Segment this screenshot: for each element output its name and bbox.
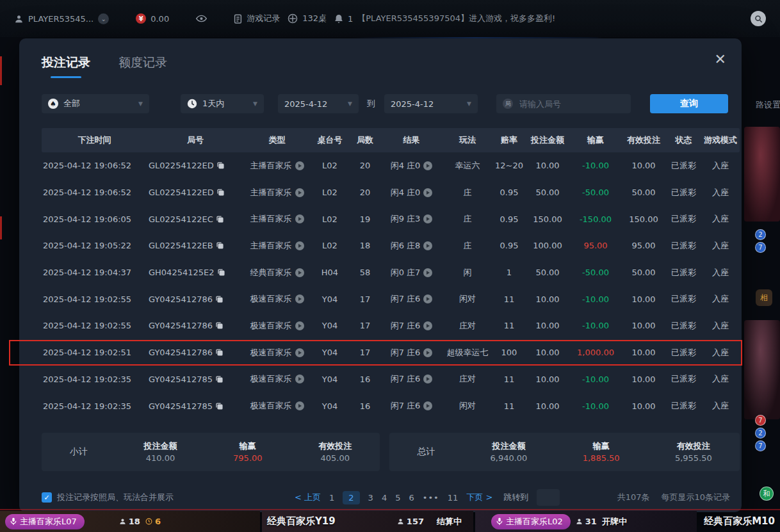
date-to-picker[interactable]: 2025-4-12 ▼: [384, 94, 478, 113]
cell-win-loss: -10.00: [570, 401, 621, 411]
video-icon[interactable]: [295, 241, 304, 250]
road-settings-label[interactable]: 路设置: [756, 99, 780, 111]
col-valid-bet: 有效投注: [621, 134, 666, 146]
cell-bet-amount: 10.00: [525, 348, 570, 357]
video-icon[interactable]: [295, 294, 304, 303]
player-account[interactable]: PLAYER53545... ⌄: [14, 13, 109, 24]
jump-page-input[interactable]: [537, 489, 560, 506]
live-tables-strip: 主播百家乐L07 主播百家乐L07 18 6 经典百家乐Y19: [0, 511, 780, 532]
bell-icon[interactable]: [334, 14, 343, 24]
page-number[interactable]: 4: [382, 493, 387, 503]
cell-bet-amount: 10.00: [525, 321, 570, 330]
round-search-box[interactable]: 局: [496, 94, 631, 113]
round-id-text: GH04254125E2: [149, 268, 215, 277]
cell-game-type: 经典百家乐: [243, 267, 311, 278]
result-detail-icon[interactable]: [423, 188, 432, 197]
page-number[interactable]: •••: [423, 493, 439, 503]
result-detail-icon[interactable]: [423, 214, 432, 223]
table-row: 2025-04-12 19:02:51 GY0425412786 极速百家乐 Y…: [42, 339, 740, 366]
page-number[interactable]: 5: [395, 493, 400, 503]
tool-icon[interactable]: 相: [756, 289, 772, 306]
video-icon[interactable]: [295, 214, 304, 223]
cell-round-no: 58: [349, 268, 381, 277]
live-table-tile[interactable]: 经典百家乐Y19 经典百家乐Y19 157 结算中: [262, 511, 473, 532]
table-name: 主播百家乐L07: [20, 516, 77, 528]
cell-game-type: 极速百家乐: [243, 373, 311, 385]
cell-game-type: 极速百家乐: [243, 293, 311, 305]
copy-icon[interactable]: [217, 162, 224, 169]
dealer-thumbnail[interactable]: [744, 320, 780, 419]
video-icon[interactable]: [295, 161, 304, 170]
game-type-dropdown[interactable]: ♠ 全部 ▼: [42, 94, 149, 113]
page-number[interactable]: 3: [368, 493, 373, 503]
tab-betting-records[interactable]: 投注记录: [42, 54, 90, 71]
result-detail-icon[interactable]: [423, 348, 432, 357]
video-icon[interactable]: [295, 188, 304, 197]
cell-game-type: 极速百家乐: [243, 320, 311, 332]
live-table-tile[interactable]: 主播百家乐L02 主播百家乐L02 31 开牌中: [475, 511, 697, 532]
next-page-button[interactable]: 下页 >: [466, 492, 492, 503]
time-range-dropdown[interactable]: 1天内 ▼: [181, 94, 264, 113]
page-number[interactable]: 2: [343, 491, 359, 504]
person-icon: [397, 518, 404, 525]
page-number[interactable]: 11: [448, 493, 459, 503]
copy-icon[interactable]: [216, 242, 223, 249]
close-icon[interactable]: ✕: [715, 52, 726, 67]
copy-icon[interactable]: [218, 269, 225, 276]
nav-game-records[interactable]: 游戏记录: [234, 13, 280, 24]
cell-bet-amount: 10.00: [525, 401, 570, 411]
chevron-down-icon[interactable]: ⌄: [98, 13, 109, 24]
result-detail-icon[interactable]: [423, 268, 432, 277]
cell-win-loss: 95.00: [570, 241, 621, 250]
video-icon[interactable]: [295, 268, 304, 277]
live-table-tile[interactable]: 经典百家乐M10 经典百家乐M10: [699, 511, 780, 532]
col-round-id: 局号: [147, 134, 243, 146]
prev-page-button[interactable]: < 上页: [295, 492, 321, 503]
result-detail-icon[interactable]: [423, 241, 432, 250]
cell-result: 闲7 庄6: [381, 293, 442, 305]
video-icon[interactable]: [295, 321, 304, 330]
merge-checkbox[interactable]: ✓: [42, 492, 52, 503]
tab-quota-records[interactable]: 额度记录: [118, 54, 167, 71]
table-name: 经典百家乐M10: [704, 515, 775, 528]
dealer-thumbnail[interactable]: [744, 127, 780, 222]
live-table-tile[interactable]: 主播百家乐L07 主播百家乐L07 18 6: [0, 511, 260, 532]
result-detail-icon[interactable]: [423, 401, 432, 410]
cell-game-mode: 入座: [701, 267, 740, 278]
copy-icon[interactable]: [216, 322, 223, 329]
cell-valid-bet: 50.00: [621, 268, 666, 277]
copy-icon[interactable]: [216, 296, 223, 303]
query-button[interactable]: 查询: [650, 94, 728, 113]
cell-game-type: 主播百家乐: [243, 187, 311, 198]
result-detail-icon[interactable]: [423, 375, 432, 383]
result-detail-icon[interactable]: [423, 161, 432, 170]
page-number[interactable]: 1: [329, 493, 334, 503]
cell-status: 已派彩: [666, 400, 701, 412]
cell-status: 已派彩: [666, 240, 701, 252]
cell-bet-time: 2025-04-12 19:06:52: [42, 161, 147, 170]
copy-icon[interactable]: [216, 349, 223, 356]
video-icon[interactable]: [295, 375, 304, 383]
copy-icon[interactable]: [216, 403, 223, 410]
date-to-label: 到: [367, 98, 375, 109]
round-id-text: GL02254122EB: [149, 241, 213, 250]
viewer-count: 18: [119, 517, 140, 526]
date-from-picker[interactable]: 2025-4-12 ▼: [278, 94, 359, 113]
announcement-text: 【PLAYER535455397504】进入游戏，祝多多盈利!: [357, 13, 555, 24]
anchor-table-pill: 主播百家乐L02: [491, 514, 571, 529]
toggle-balance-visibility[interactable]: [196, 15, 207, 22]
result-detail-icon[interactable]: [423, 321, 432, 330]
balance-display[interactable]: ¥ 0.00: [136, 13, 169, 24]
video-icon[interactable]: [295, 348, 304, 357]
bottom-accent-line: [0, 509, 780, 510]
result-detail-icon[interactable]: [423, 294, 432, 303]
nav-tables[interactable]: 132桌: [288, 13, 327, 24]
video-icon[interactable]: [295, 401, 304, 410]
table-header: 下注时间 局号 类型 桌台号 局数 结果 玩法 赔率 投注金额 输赢 有效投注 …: [42, 128, 740, 152]
copy-icon[interactable]: [216, 216, 223, 223]
copy-icon[interactable]: [216, 376, 223, 383]
round-search-input[interactable]: [518, 99, 608, 109]
search-button[interactable]: [751, 11, 766, 26]
copy-icon[interactable]: [217, 189, 224, 196]
page-number[interactable]: 6: [409, 493, 414, 503]
